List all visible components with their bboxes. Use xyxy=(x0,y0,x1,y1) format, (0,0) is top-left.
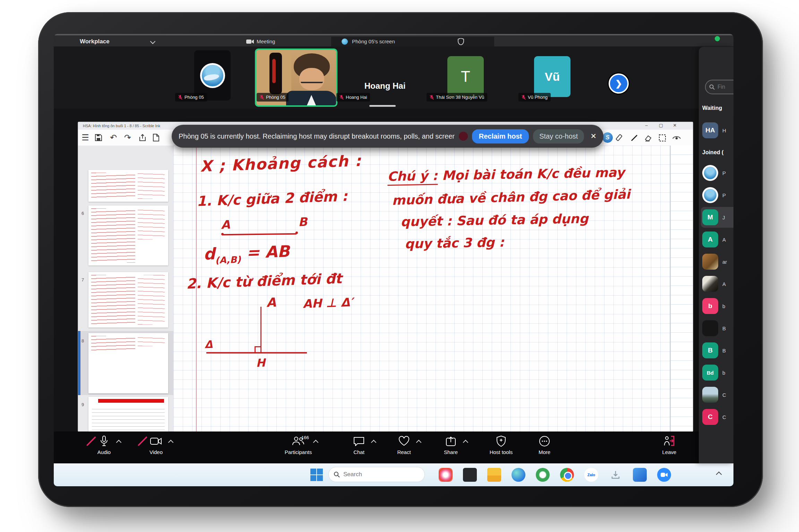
photos-app-icon[interactable] xyxy=(439,468,453,482)
green-app-icon[interactable] xyxy=(536,468,550,482)
participant-row[interactable]: B B xyxy=(702,342,733,358)
video-button[interactable]: Video xyxy=(137,434,175,455)
participant-row[interactable]: A A xyxy=(702,232,733,247)
participant-row[interactable]: B xyxy=(702,320,733,336)
ink-distance-formula: d(A,B) = AB xyxy=(203,242,290,266)
taskbar-overflow-chevron[interactable] xyxy=(716,472,722,478)
find-input[interactable] xyxy=(717,84,733,90)
tab-meeting[interactable]: Meeting xyxy=(257,38,275,44)
camera-icon xyxy=(246,39,254,44)
webcam-person-glasses xyxy=(301,78,323,83)
participant-row[interactable]: C C xyxy=(702,409,733,425)
ink-note-line2: muốn đưa về chân đg cao để giải xyxy=(392,187,630,208)
participant-row[interactable]: b b xyxy=(702,298,733,314)
video-tile-thai-son[interactable]: T xyxy=(447,56,484,97)
share-button[interactable]: Share xyxy=(432,434,470,455)
ink-item2: 2. K/c từ điểm tới đt xyxy=(186,270,342,292)
participant-row[interactable]: A xyxy=(702,276,733,292)
redo-icon[interactable]: ↷ xyxy=(123,133,132,142)
page-thumbnail-6[interactable] xyxy=(88,206,168,265)
stay-cohost-button[interactable]: Stay co-host xyxy=(533,129,584,143)
dark-app-icon[interactable] xyxy=(463,468,477,482)
ink-item1: 1. K/c giữa 2 điểm : xyxy=(196,188,347,209)
avatar: b xyxy=(702,298,718,314)
chevron-down-icon[interactable] xyxy=(150,39,156,44)
edge-browser-icon[interactable] xyxy=(512,468,525,482)
minimize-button[interactable]: – xyxy=(643,123,650,128)
scrible-ink-window: HSA: Hình tổng ôn buổi 1 - 8 / 85 - Scri… xyxy=(78,122,693,431)
waiting-header: Waiting xyxy=(702,105,722,111)
file-explorer-icon[interactable] xyxy=(487,468,501,482)
thumbnail-scribbles xyxy=(138,275,165,325)
ink-perp-note: AH ⊥ Δ′ xyxy=(302,295,353,311)
participant-name-pill: Phòng 05 xyxy=(257,93,289,102)
page-number: 9 xyxy=(81,402,84,407)
window-title: HSA: Hình tổng ôn buổi 1 - 8 / 85 - Scri… xyxy=(83,124,160,128)
avatar-photo xyxy=(702,254,718,270)
ink-note-line3: quyết : Sau đó ta áp dụng xyxy=(401,211,588,229)
select-marquee-icon[interactable] xyxy=(658,134,667,143)
tab-screen-share[interactable]: Phòng 05's screen xyxy=(352,38,395,44)
react-button[interactable]: React xyxy=(385,434,423,455)
avatar: C xyxy=(702,409,718,425)
menu-icon[interactable]: ☰ xyxy=(81,133,90,142)
save-icon[interactable] xyxy=(95,134,104,143)
participant-row[interactable]: P xyxy=(702,165,733,181)
blue-app-icon[interactable] xyxy=(633,468,647,482)
video-tile-vu-phong[interactable]: Vũ xyxy=(534,56,570,97)
audio-button[interactable]: Audio xyxy=(85,434,123,455)
thumbnail-scribbles xyxy=(91,275,135,325)
chrome-icon[interactable] xyxy=(560,468,574,482)
ink-right-angle-mark xyxy=(255,346,261,352)
participant-row[interactable]: ar xyxy=(702,254,733,270)
avatar-letter: Vũ xyxy=(545,70,560,84)
pen-icon[interactable] xyxy=(630,134,639,143)
shield-icon xyxy=(458,38,464,45)
close-icon[interactable]: ✕ xyxy=(590,132,596,140)
eraser-icon[interactable] xyxy=(644,134,653,143)
gallery-next-button[interactable]: ❯ xyxy=(609,73,629,94)
host-tools-button[interactable]: Host tools xyxy=(482,434,520,455)
highlighter-icon[interactable] xyxy=(615,134,624,143)
page-thumbnail-7[interactable] xyxy=(88,272,168,328)
close-button[interactable]: ✕ xyxy=(672,123,678,128)
participant-row[interactable]: P xyxy=(702,187,733,203)
participant-row[interactable]: Bd b xyxy=(702,365,733,381)
app-badge-icon[interactable]: S xyxy=(602,132,613,143)
find-participant-search[interactable] xyxy=(705,80,733,94)
meeting-control-bar: Audio Video 166 Participants xyxy=(54,431,699,463)
participant-row[interactable]: C xyxy=(702,387,733,403)
install-tray-icon[interactable] xyxy=(609,468,622,482)
selected-page-bar xyxy=(78,331,80,395)
zalo-icon[interactable]: Zalo xyxy=(584,468,598,482)
participant-row[interactable]: M J xyxy=(702,209,733,225)
thumbnail-scribbles xyxy=(138,208,165,239)
maximize-button[interactable]: ▢ xyxy=(658,123,664,128)
more-button[interactable]: More xyxy=(525,434,564,455)
chrome-center xyxy=(564,472,572,480)
ink-dot-b xyxy=(295,232,298,234)
avatar xyxy=(702,165,718,181)
page-thumbnail-8-selected[interactable] xyxy=(88,333,168,393)
search-input[interactable] xyxy=(343,471,406,478)
waiting-participant-row[interactable]: HA H xyxy=(702,122,733,138)
ink-perpendicular-line xyxy=(260,307,261,352)
new-page-icon[interactable] xyxy=(153,134,162,143)
mic-muted-icon xyxy=(260,95,264,100)
reclaim-host-button[interactable]: Reclaim host xyxy=(472,129,529,143)
undo-icon[interactable]: ↶ xyxy=(109,133,118,142)
leave-button[interactable]: Leave xyxy=(650,434,688,455)
gallery-scroll-indicator[interactable] xyxy=(369,105,396,107)
ink-heading: X ; Khoảng cách : xyxy=(200,152,362,175)
whiteboard-canvas[interactable]: X ; Khoảng cách : 1. K/c giữa 2 điểm : A… xyxy=(173,146,693,431)
page-thumbnail-partial[interactable] xyxy=(88,170,168,202)
export-icon[interactable] xyxy=(139,134,148,143)
participants-panel: Waiting HA H Joined ( P P M J A A xyxy=(699,47,733,463)
hide-ui-icon[interactable] xyxy=(672,134,681,143)
participants-button[interactable]: 166 Participants xyxy=(279,434,317,455)
chat-button[interactable]: Chat xyxy=(340,434,378,455)
taskbar-search[interactable] xyxy=(328,467,425,482)
start-button[interactable] xyxy=(310,469,323,481)
mic-muted-icon xyxy=(430,95,434,100)
zoom-app-icon[interactable] xyxy=(657,468,671,482)
